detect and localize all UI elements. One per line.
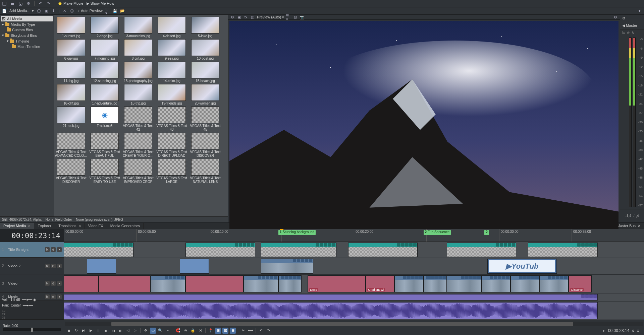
- rate-control[interactable]: Rate: 0,00: [0, 323, 64, 332]
- tab-video-fx[interactable]: Video FX: [85, 223, 107, 229]
- timeline-clip[interactable]: [180, 259, 209, 274]
- undo-icon[interactable]: ↶: [38, 1, 43, 6]
- record-icon[interactable]: ⏺: [66, 328, 72, 334]
- track-fx-icon[interactable]: fx: [45, 294, 50, 299]
- media-thumbnail[interactable]: 10-boat.jpg: [189, 39, 221, 60]
- snap-markers-icon[interactable]: ⊡: [222, 328, 228, 334]
- media-thumbnail[interactable]: ◉Track.mp3: [89, 107, 121, 131]
- get-media-icon[interactable]: ⤓: [51, 9, 56, 13]
- tree-custom-bins[interactable]: Custom Bins: [1, 27, 53, 32]
- media-thumbnail[interactable]: 7-morning.jpg: [89, 39, 121, 60]
- lock-icon[interactable]: 🔒: [190, 328, 196, 334]
- media-thumbnail[interactable]: 13-photography.jpg: [122, 62, 154, 83]
- timeline-clip[interactable]: [528, 243, 598, 257]
- play-icon[interactable]: ▶: [88, 328, 94, 334]
- track-solo-icon[interactable]: ●: [57, 281, 62, 286]
- trim-icon[interactable]: ⟷: [248, 328, 254, 334]
- track-solo-icon[interactable]: ●: [57, 264, 62, 268]
- timeline-timecode-right[interactable]: ▸ 00:00:23:14 ⊕ ⊖: [603, 328, 642, 333]
- tab-media-generators[interactable]: Media Generators: [107, 223, 144, 229]
- timeline-clip[interactable]: [244, 275, 278, 292]
- normal-edit-icon[interactable]: ✥: [143, 328, 149, 334]
- media-thumbnail[interactable]: 15-beach.jpg: [189, 62, 221, 83]
- master-mute-icon[interactable]: ⊘: [627, 31, 630, 35]
- media-thumbnail[interactable]: 3-mountains.jpg: [122, 17, 154, 38]
- media-thumbnail[interactable]: 2-edge.jpg: [89, 17, 121, 38]
- go-end-icon[interactable]: ⏭: [117, 328, 123, 334]
- stop-icon[interactable]: ■: [103, 328, 109, 334]
- timeline-ruler[interactable]: 00:00:00:0000:00:05:0000:00:10:0000:00:1…: [64, 229, 644, 242]
- track-mute-icon[interactable]: ⊘: [51, 264, 56, 268]
- track-mute-icon[interactable]: ⊘: [51, 294, 56, 299]
- media-thumbnail[interactable]: 19-friends.jpg: [156, 84, 188, 105]
- media-thumbnail[interactable]: 17-adventure.jpg: [89, 84, 121, 105]
- track-mute-icon[interactable]: ⊘: [51, 281, 56, 286]
- track-header-video[interactable]: 3Video fx⊘●: [0, 274, 64, 293]
- media-thumbnail[interactable]: 5-lake.jpg: [189, 17, 221, 38]
- track-fx-icon[interactable]: fx: [45, 247, 50, 252]
- master-settings-icon[interactable]: ⚙: [622, 16, 626, 20]
- preview-snapshot-icon[interactable]: 📷: [300, 15, 304, 19]
- tab-explorer[interactable]: Explorer: [34, 223, 55, 229]
- timeline-clip[interactable]: [540, 275, 569, 292]
- track-solo-icon[interactable]: ●: [57, 294, 62, 299]
- track-mute-icon[interactable]: ⊘: [51, 247, 56, 252]
- media-thumbnail[interactable]: 1-sunset.jpg: [55, 17, 87, 38]
- undo-icon[interactable]: ↶: [258, 328, 264, 334]
- timeline-clip[interactable]: [394, 275, 424, 292]
- timeline-marker[interactable]: 1 Stunning background: [278, 230, 316, 235]
- media-thumbnail[interactable]: VEGAS Titles & Text NATURAL LENS FL…: [189, 159, 221, 184]
- tree-main-timeline[interactable]: Main Timeline: [1, 44, 53, 49]
- loop-icon[interactable]: ↻: [73, 328, 79, 334]
- track-lanes[interactable]: ▶YouTub DescGradient WiDissolve: [64, 242, 644, 320]
- preview-display[interactable]: [229, 21, 619, 239]
- preview-scale-icon[interactable]: ⊡: [293, 15, 298, 19]
- media-thumbnail[interactable]: VEGAS Titles & Text 42: [122, 107, 154, 131]
- tab-transitions[interactable]: Transitions✕: [55, 223, 85, 229]
- snap-grid-icon[interactable]: ⊞: [215, 328, 221, 334]
- media-thumbnail[interactable]: 8-girl.jpg: [122, 39, 154, 60]
- preview-gear-icon[interactable]: ⚙: [613, 15, 618, 19]
- media-thumbnail[interactable]: 9-sea.jpg: [156, 39, 188, 60]
- track-fx-icon[interactable]: fx: [45, 281, 50, 286]
- master-fx-icon[interactable]: fx: [622, 31, 625, 35]
- track-fx-icon[interactable]: fx: [45, 264, 50, 268]
- snap-events-icon[interactable]: ⊟: [230, 328, 236, 334]
- media-thumbnail[interactable]: 6-guy.jpg: [55, 39, 87, 60]
- media-thumbnail[interactable]: 14-calm.jpg: [156, 62, 188, 83]
- save-bins-icon[interactable]: 💾: [113, 9, 117, 13]
- track-header-title[interactable]: 1Title Straight fx⊘●: [0, 242, 64, 258]
- tree-timeline[interactable]: ▾ Timeline: [1, 38, 53, 44]
- media-thumbnail[interactable]: VEGAS Titles & Text IMPROVED CROP A…: [122, 159, 154, 184]
- timeline-clip[interactable]: [482, 275, 511, 292]
- timeline-scrollbar[interactable]: [65, 322, 643, 326]
- auto-ripple-icon[interactable]: ≋: [182, 328, 189, 334]
- redo-icon[interactable]: ↷: [46, 1, 51, 6]
- preview-split-icon[interactable]: ◫: [250, 15, 255, 19]
- zoom-edit-icon[interactable]: 🔍: [157, 328, 163, 334]
- timeline-clip[interactable]: [261, 243, 336, 257]
- playhead[interactable]: [413, 242, 413, 320]
- media-thumbnail[interactable]: VEGAS Titles & Text DIRECT UPLOAD TO: [156, 133, 188, 157]
- play-start-icon[interactable]: ▶|: [80, 328, 87, 334]
- tab-project-media[interactable]: Project Media✕: [0, 223, 34, 229]
- add-media-button[interactable]: Add Media… ▾: [9, 9, 34, 13]
- media-thumbnail[interactable]: VEGAS Titles & Text DISCOVER CREATI…: [189, 133, 221, 157]
- tree-storyboard-bins[interactable]: ▾ Storyboard Bins: [1, 32, 53, 38]
- prev-frame-icon[interactable]: ◁: [125, 328, 131, 334]
- preview-fx-icon[interactable]: fx: [244, 15, 248, 19]
- timeline-clip[interactable]: [278, 275, 302, 292]
- timeline-clip[interactable]: Gradient Wi: [366, 275, 395, 292]
- media-thumbnail[interactable]: VEGAS Titles & Text LARGE TRANSITIO…: [156, 159, 188, 184]
- timeline-clip[interactable]: [511, 275, 540, 292]
- track-solo-icon[interactable]: ●: [57, 247, 62, 252]
- open-icon[interactable]: [10, 1, 15, 6]
- track-header-volpan[interactable]: Vol: -1,5 dB ━━●━━ ◉ Pan: Center ━━●━━ 1…: [0, 301, 64, 320]
- save-icon[interactable]: [18, 1, 23, 6]
- media-thumbnail[interactable]: 21-rock.jpg: [55, 107, 87, 131]
- track-header-video2[interactable]: 2Video 2 fx⊘●: [0, 258, 64, 274]
- tree-media-by-type[interactable]: ▸ Media By Type: [1, 21, 53, 27]
- properties-icon[interactable]: 🛈: [70, 9, 74, 13]
- auto-crossfade-icon[interactable]: ⋈: [197, 328, 203, 334]
- timeline-clip[interactable]: Dissolve: [569, 275, 592, 292]
